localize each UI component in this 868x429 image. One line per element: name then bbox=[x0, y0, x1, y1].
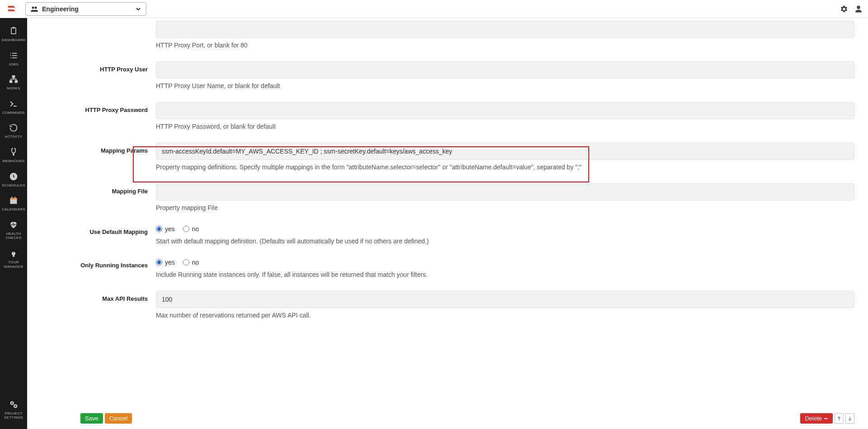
jobs-icon bbox=[9, 51, 19, 61]
cancel-button[interactable]: Cancel bbox=[105, 413, 132, 424]
field-http-proxy-port: HTTP Proxy Port, or blank for 80 bbox=[50, 21, 854, 49]
field-max-api-results: Max API Results Max number of reservatio… bbox=[50, 291, 854, 319]
sidebar-item-label: NODES bbox=[7, 86, 20, 91]
radio-yes[interactable] bbox=[156, 259, 162, 266]
radio-label: no bbox=[192, 225, 199, 233]
field-label: HTTP Proxy Password bbox=[50, 102, 156, 130]
commands-icon bbox=[9, 99, 19, 109]
sidebar-item-label: WEBHOOKS bbox=[2, 159, 25, 163]
sidebar-item-label: DASHBOARD bbox=[1, 38, 25, 42]
sidebar-item-nodes[interactable]: NODES bbox=[0, 71, 27, 95]
nodes-icon bbox=[9, 75, 19, 84]
max-api-results-input[interactable] bbox=[156, 291, 854, 308]
sidebar: DASHBOARD JOBS NODES COMMANDS bbox=[0, 18, 27, 429]
field-label: Mapping Params bbox=[50, 143, 156, 171]
arrow-up-icon bbox=[837, 416, 841, 421]
group-icon bbox=[30, 6, 38, 12]
radio-no[interactable] bbox=[183, 226, 189, 232]
field-help: HTTP Proxy User Name, or blank for defau… bbox=[156, 82, 854, 89]
svg-rect-14 bbox=[12, 148, 13, 149]
calendars-icon bbox=[9, 196, 19, 205]
field-label: Mapping File bbox=[50, 183, 156, 211]
svg-point-0 bbox=[32, 6, 34, 9]
field-mapping-params: Mapping Params Property mapping definiti… bbox=[50, 143, 854, 171]
webhooks-icon bbox=[9, 147, 19, 157]
sidebar-item-label: ACTIVITY bbox=[5, 135, 22, 139]
http-proxy-port-input[interactable] bbox=[156, 21, 854, 38]
sidebar-item-tour[interactable]: TOUR MANAGER bbox=[0, 245, 27, 273]
schedules-icon bbox=[9, 172, 19, 182]
tour-icon bbox=[9, 248, 19, 258]
content-area: HTTP Proxy Port, or blank for 80 HTTP Pr… bbox=[27, 18, 868, 429]
sidebar-item-label: SCHEDULES bbox=[2, 183, 25, 188]
sidebar-item-label: COMMANDS bbox=[2, 111, 25, 115]
field-help: Max number of reservations returned per … bbox=[156, 312, 854, 319]
svg-rect-18 bbox=[10, 198, 17, 199]
move-down-button[interactable] bbox=[845, 413, 854, 424]
radio-label: yes bbox=[165, 259, 175, 266]
radio-label: yes bbox=[165, 225, 175, 233]
only-running-yes[interactable]: yes bbox=[156, 259, 175, 266]
delete-button[interactable]: Delete bbox=[800, 413, 833, 424]
field-label: Only Running Instances bbox=[50, 257, 156, 278]
settings-icon bbox=[9, 400, 19, 410]
svg-point-22 bbox=[11, 402, 13, 404]
sidebar-item-project-settings[interactable]: PROJECT SETTINGS bbox=[0, 396, 27, 424]
svg-rect-3 bbox=[13, 27, 15, 28]
radio-no[interactable] bbox=[183, 259, 189, 266]
svg-rect-20 bbox=[15, 197, 16, 199]
activity-icon bbox=[9, 123, 19, 133]
field-help: Property mapping File bbox=[156, 204, 854, 211]
radio-label: no bbox=[192, 259, 199, 266]
only-running-no[interactable]: no bbox=[183, 259, 199, 266]
topbar: Engineering bbox=[0, 0, 868, 18]
sidebar-item-label: HEALTH CHECKS bbox=[0, 232, 27, 240]
use-default-mapping-no[interactable]: no bbox=[183, 225, 199, 233]
project-name: Engineering bbox=[42, 5, 79, 13]
svg-rect-15 bbox=[14, 148, 16, 149]
field-mapping-file: Mapping File Property mapping File bbox=[50, 183, 854, 211]
sidebar-item-calendars[interactable]: CALENDARS bbox=[0, 192, 27, 216]
field-help: Include Running state instances only. If… bbox=[156, 271, 854, 278]
project-select[interactable]: Engineering bbox=[25, 2, 146, 16]
logo bbox=[5, 4, 19, 14]
delete-label: Delete bbox=[805, 415, 822, 422]
dashboard-icon bbox=[9, 26, 19, 36]
footer-actions: Save Cancel bbox=[80, 413, 132, 424]
settings-icon[interactable] bbox=[840, 5, 848, 13]
sidebar-item-commands[interactable]: COMMANDS bbox=[0, 95, 27, 120]
save-button[interactable]: Save bbox=[80, 413, 103, 424]
svg-rect-19 bbox=[12, 197, 13, 199]
field-http-proxy-password: HTTP Proxy Password HTTP Proxy Password,… bbox=[50, 102, 854, 130]
http-proxy-password-input[interactable] bbox=[156, 102, 854, 119]
sidebar-item-dashboard[interactable]: DASHBOARD bbox=[0, 23, 27, 47]
sidebar-item-label: TOUR MANAGER bbox=[0, 260, 27, 269]
mapping-file-input[interactable] bbox=[156, 183, 854, 201]
field-help: HTTP Proxy Password, or blank for defaul… bbox=[156, 123, 854, 130]
sidebar-item-webhooks[interactable]: WEBHOOKS bbox=[0, 144, 27, 168]
field-http-proxy-user: HTTP Proxy User HTTP Proxy User Name, or… bbox=[50, 61, 854, 89]
field-label: HTTP Proxy User bbox=[50, 61, 156, 89]
field-only-running: Only Running Instances yes no bbox=[50, 257, 854, 278]
field-use-default-mapping: Use Default Mapping yes no bbox=[50, 224, 854, 245]
sidebar-item-schedules[interactable]: SCHEDULES bbox=[0, 168, 27, 192]
sidebar-item-label: PROJECT SETTINGS bbox=[0, 411, 27, 420]
field-label bbox=[50, 21, 156, 49]
field-help: Property mapping definitions. Specify mu… bbox=[156, 163, 854, 171]
svg-rect-2 bbox=[11, 28, 16, 34]
use-default-mapping-yes[interactable]: yes bbox=[156, 225, 175, 233]
sidebar-item-label: CALENDARS bbox=[2, 207, 25, 212]
mapping-params-input[interactable] bbox=[156, 143, 854, 160]
radio-yes[interactable] bbox=[156, 226, 162, 232]
move-up-button[interactable] bbox=[835, 413, 844, 424]
user-icon[interactable] bbox=[854, 5, 863, 13]
field-help: HTTP Proxy Port, or blank for 80 bbox=[156, 42, 854, 49]
sidebar-item-health[interactable]: HEALTH CHECKS bbox=[0, 216, 27, 245]
svg-rect-10 bbox=[13, 76, 15, 78]
http-proxy-user-input[interactable] bbox=[156, 61, 854, 79]
sidebar-item-jobs[interactable]: JOBS bbox=[0, 47, 27, 71]
svg-point-24 bbox=[15, 405, 16, 406]
health-icon bbox=[9, 220, 19, 230]
sidebar-item-activity[interactable]: ACTIVITY bbox=[0, 119, 27, 144]
svg-rect-12 bbox=[15, 81, 17, 83]
